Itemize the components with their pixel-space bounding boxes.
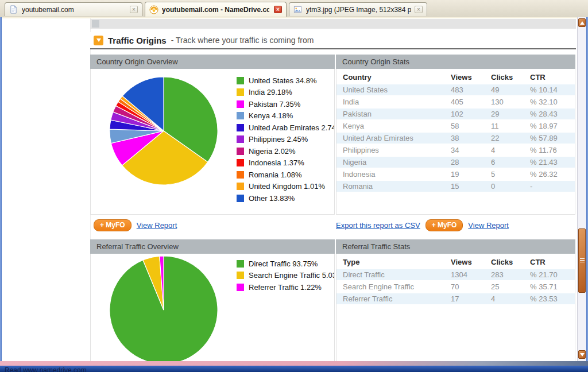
country-actions-left: + MyFO View Report xyxy=(94,219,177,231)
panel-body: CountryViewsClicksCTRUnited States48349%… xyxy=(336,69,575,215)
table-cell: United States xyxy=(336,84,451,95)
table-cell: 483 xyxy=(451,84,491,95)
browser-window: youtubemail.com × youtubemail.com - Name… xyxy=(0,0,588,372)
legend-swatch xyxy=(237,112,244,119)
legend-label: United States 34.8% xyxy=(249,76,317,85)
table-cell: Search Engine Traffic xyxy=(336,281,451,292)
table-cell: 22 xyxy=(491,133,530,144)
table-cell: 70 xyxy=(451,281,491,292)
status-bar: Read www.namedrive.com xyxy=(0,366,588,372)
collapsed-section-icon xyxy=(92,20,99,28)
panel-title: Country Origin Stats xyxy=(336,55,575,69)
add-myfo-button[interactable]: + MyFO xyxy=(94,219,131,231)
tab-bar: youtubemail.com × youtubemail.com - Name… xyxy=(0,0,588,18)
table-cell: 58 xyxy=(451,121,491,131)
country-overview-panel: Country Origin Overview United States 34… xyxy=(90,55,335,215)
table-cell: % 57.89 xyxy=(530,133,575,144)
legend-label: United Kingdom 1.01% xyxy=(249,182,325,191)
legend-label: Kenya 4.18% xyxy=(249,111,293,120)
legend-item: Direct Traffic 93.75% xyxy=(237,258,334,270)
legend-label: Nigeria 2.02% xyxy=(249,147,296,156)
table-cell: 19 xyxy=(451,169,491,180)
namedrive-icon xyxy=(149,5,158,14)
table-cell: 4 xyxy=(491,293,530,304)
table-row: Kenya5811% 18.97 xyxy=(336,121,575,131)
table-cell: % 35.71 xyxy=(530,281,575,292)
table-cell: 17 xyxy=(451,293,491,304)
tab-title: youtubemail.com - NameDrive.com xyxy=(162,6,269,14)
legend-swatch xyxy=(237,135,244,143)
referral-overview-panel: Referral Traffic Overview Direct Traffic… xyxy=(90,239,335,362)
legend-item: United Kingdom 1.01% xyxy=(237,181,334,193)
table-header-row: CountryViewsClicksCTR xyxy=(336,71,575,83)
tab-title: youtubemail.com xyxy=(22,6,74,14)
legend-label: Referrer Traffic 1.22% xyxy=(249,283,322,292)
table-cell: - xyxy=(530,181,575,192)
add-myfo-button[interactable]: + MyFO xyxy=(425,219,463,231)
table-row: Pakistan10229% 28.43 xyxy=(336,108,575,119)
tab-youtubemail[interactable]: youtubemail.com × xyxy=(5,2,142,16)
status-text: Read www.namedrive.com xyxy=(5,367,87,372)
view-report-link[interactable]: View Report xyxy=(137,221,177,230)
scrollbar-thumb[interactable] xyxy=(578,228,586,293)
table-cell: % 10.14 xyxy=(530,84,575,95)
legend-swatch xyxy=(237,100,244,108)
table-cell: 283 xyxy=(491,269,530,280)
table-cell: 1304 xyxy=(451,269,491,280)
table-cell: Kenya xyxy=(336,121,451,131)
table-row: Direct Traffic1304283% 21.70 xyxy=(336,269,575,280)
table-cell: % 23.53 xyxy=(530,293,575,304)
legend-swatch xyxy=(237,77,244,84)
table-cell: % 21.43 xyxy=(530,157,575,168)
document-icon xyxy=(9,5,18,14)
table-cell: 38 xyxy=(451,133,491,144)
scroll-up-icon[interactable] xyxy=(578,18,586,27)
country-pie-chart xyxy=(108,75,219,187)
export-csv-link[interactable]: Export this report as CSV xyxy=(336,221,420,230)
table-row: Indonesia195% 26.32 xyxy=(336,169,575,180)
table-cell: Indonesia xyxy=(336,169,451,180)
view-report-link[interactable]: View Report xyxy=(468,221,509,230)
column-header: Country xyxy=(336,71,451,83)
panel-body: TypeViewsClicksCTRDirect Traffic1304283%… xyxy=(336,254,575,362)
country-pie-legend: United States 34.8%India 29.18%Pakistan … xyxy=(237,75,334,204)
tab-namedrive-active[interactable]: youtubemail.com - NameDrive.com × xyxy=(145,2,287,17)
tab-ytm3-image[interactable]: ytm3.jpg (JPEG Image, 512x384 pixels) × xyxy=(289,2,427,16)
collapsed-section-bar xyxy=(90,19,576,29)
country-stats-table: CountryViewsClicksCTRUnited States48349%… xyxy=(336,70,575,193)
table-cell: % 18.97 xyxy=(530,121,575,131)
table-cell: Pakistan xyxy=(336,108,451,119)
page-subtitle: - Track where your traffic is coming fro… xyxy=(171,36,314,45)
legend-swatch xyxy=(237,284,244,291)
collapse-toggle-icon[interactable] xyxy=(94,36,103,45)
legend-item: Nigeria 2.02% xyxy=(237,145,334,157)
panel-title: Country Origin Overview xyxy=(90,55,335,69)
page-title: Traffic Origins xyxy=(108,36,167,45)
close-icon[interactable]: × xyxy=(130,6,138,13)
table-cell: 130 xyxy=(491,96,530,107)
table-row: Nigeria286% 21.43 xyxy=(336,157,575,168)
legend-label: Direct Traffic 93.75% xyxy=(249,259,318,268)
image-icon xyxy=(293,5,303,14)
table-cell: 49 xyxy=(491,84,530,95)
legend-item: United Arab Emirates 2.74% xyxy=(237,122,334,134)
country-actions-right: Export this report as CSV + MyFO View Re… xyxy=(336,219,509,231)
legend-label: Romania 1.08% xyxy=(249,170,302,179)
legend-label: Philippines 2.45% xyxy=(249,135,308,144)
column-header: Type xyxy=(336,256,451,268)
legend-label: United Arab Emirates 2.74% xyxy=(249,123,334,132)
legend-swatch xyxy=(237,183,244,190)
legend-label: Other 13.83% xyxy=(249,194,295,203)
legend-item: Philippines 2.45% xyxy=(237,134,334,146)
close-icon[interactable]: × xyxy=(415,6,423,13)
close-icon[interactable]: × xyxy=(274,6,282,13)
table-cell: 25 xyxy=(491,281,530,292)
scroll-down-icon[interactable] xyxy=(578,350,586,359)
scrollbar[interactable] xyxy=(577,17,586,361)
legend-swatch xyxy=(237,260,244,268)
legend-label: Pakistan 7.35% xyxy=(249,100,300,108)
table-row: United States48349% 10.14 xyxy=(336,84,575,95)
legend-swatch xyxy=(237,272,244,279)
panel-body: United States 34.8%India 29.18%Pakistan … xyxy=(90,69,335,215)
table-row: Romania150- xyxy=(336,181,575,192)
